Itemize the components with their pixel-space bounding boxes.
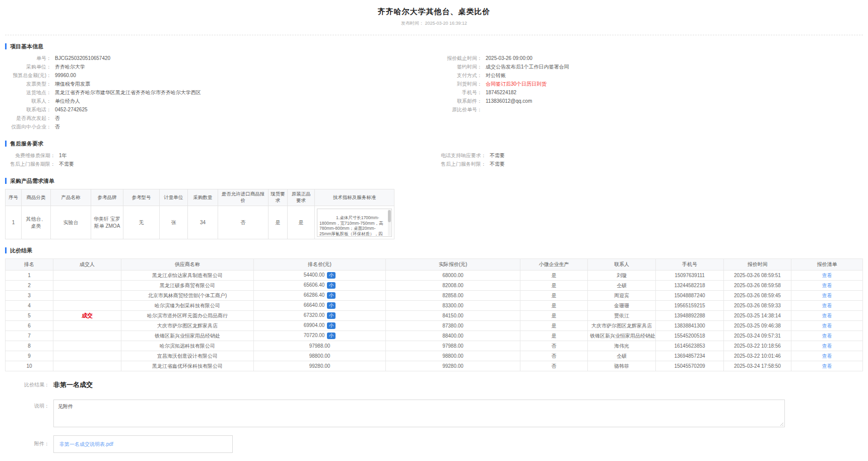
table-row: 8 哈尔滨拓远科技有限公司 97988.00 97988.00 否 海伟光 16… [6, 341, 863, 351]
actual-price-cell: 87380.00 [386, 321, 520, 331]
actual-price-cell: 68000.00 [386, 271, 520, 281]
section-basic-info: 项目基本信息 单号：BJCG250320510657420 采购单位：齐齐哈尔大… [5, 43, 863, 133]
view-quote-link[interactable]: 查看 [822, 283, 832, 288]
winner-cell [53, 321, 121, 331]
dashed-divider [5, 35, 863, 35]
rank-price: 97988.00 [309, 343, 330, 349]
actual-price-cell: 88400.00 [386, 331, 520, 341]
product-genuine-required: 是 [288, 206, 315, 239]
view-quote-link[interactable]: 查看 [822, 303, 832, 308]
quote-list-cell: 查看 [791, 301, 863, 311]
phone-cell: 13838841300 [656, 321, 724, 331]
attachment-file-link[interactable]: 非第一名成交说明表.pdf [59, 441, 113, 448]
delivery-address: 黑龙江省齐齐哈尔市建华区黑龙江省齐齐哈尔市齐齐哈尔大学西区 [55, 90, 201, 96]
phone-cell: 13244582218 [656, 281, 724, 291]
view-quote-link[interactable]: 查看 [822, 273, 832, 278]
note-label: 说明： [5, 400, 49, 427]
winner-cell [53, 361, 121, 371]
sme-flag-cell: 是 [520, 291, 588, 301]
field-label: 到货时间： [436, 81, 482, 87]
scrollbar-thumb[interactable] [388, 210, 391, 222]
table-row: 3 北京市凤林商贸经营部(个体工商户) 66286.40小 82858.00 是… [6, 291, 863, 301]
view-quote-link[interactable]: 查看 [822, 343, 832, 349]
rank-price-cell: 69904.00小 [254, 321, 386, 331]
column-header: 采购数量 [188, 189, 218, 206]
view-quote-link[interactable]: 查看 [822, 363, 832, 369]
field-label: 联系邮件： [436, 98, 482, 104]
field-label: 送货地点： [5, 90, 51, 96]
phone-support-requirement: 不需要 [490, 153, 505, 159]
scrollbar-track[interactable] [388, 210, 391, 236]
service-left-column: 免费维修质保期：1年 售后上门服务期限：不需要 [5, 153, 436, 170]
quote-time-cell: 2025-03-26 08:59:33 [724, 301, 791, 311]
sme-flag-cell: 否 [520, 361, 588, 371]
service-right-column: 电话支持响应要求：不需要 售后上门服务时限：不需要 [436, 153, 863, 170]
rank-cell: 1 [6, 271, 53, 281]
rank-price: 65606.40 [304, 282, 325, 288]
rank-price-cell: 66286.40小 [254, 291, 386, 301]
supplier-cell: 黑龙江硕多商贸有限公司 [121, 281, 254, 291]
column-header: 商品分类 [22, 189, 51, 206]
view-quote-link[interactable]: 查看 [822, 333, 832, 339]
quote-list-cell: 查看 [791, 331, 863, 341]
quote-list-cell: 查看 [791, 321, 863, 331]
product-table-header-row: 序号 商品分类 产品名称 参考品牌 参考型号 计量单位 采购数量 是否允许进口商… [6, 189, 394, 206]
small-enterprise-badge: 小 [327, 312, 336, 319]
sme-flag-cell: 是 [520, 321, 588, 331]
contact-cell: 周迎宾 [588, 291, 656, 301]
view-quote-link[interactable]: 查看 [822, 293, 832, 298]
attachment-field-row: 附件： 非第一名成交说明表.pdf [5, 435, 863, 453]
basic-info-left-column: 单号：BJCG250320510657420 采购单位：齐齐哈尔大学 预算总金额… [5, 55, 436, 133]
phone-cell: 16145623853 [656, 341, 724, 351]
supplier-cell: 黑龙江省鑫优环保科技有限公司 [121, 361, 254, 371]
column-header: 原装正品要求 [288, 189, 315, 206]
winner-cell [53, 351, 121, 361]
sme-flag-cell: 是 [520, 301, 588, 311]
view-quote-link[interactable]: 查看 [822, 323, 832, 328]
attachment-label: 附件： [5, 435, 49, 453]
resize-grip[interactable] [779, 421, 783, 426]
quote-time-cell: 2025-03-25 09:46:38 [724, 321, 791, 331]
winner-cell [53, 291, 121, 301]
column-header: 排名价(元) [254, 259, 386, 271]
table-row: 6 大庆市萨尔图区龙辉家具店 69904.00小 87380.00 是 大庆市萨… [6, 321, 863, 331]
note-textarea[interactable]: 见附件 [53, 400, 785, 427]
supplier-cell: 大庆市萨尔图区龙辉家具店 [121, 321, 254, 331]
contact-cell: 骆韩菲 [588, 361, 656, 371]
phone-cell: 19565159215 [656, 301, 724, 311]
product-import-allowed: 否 [218, 206, 269, 239]
product-name: 实验台 [51, 206, 91, 239]
tech-spec-scrollbox[interactable]: 1.桌体尺寸长1700mm-1800mm，宽710mm-750mm，高780mm… [317, 209, 392, 237]
note-text: 见附件 [58, 404, 73, 409]
phone-cell: 13948892288 [656, 311, 724, 321]
rank-price: 67320.00 [304, 312, 325, 318]
rank-price-cell: 66640.00小 [254, 301, 386, 311]
actual-price-cell: 83300.00 [386, 301, 520, 311]
mobile-number: 18745224182 [486, 90, 516, 96]
payment-method: 对公转账 [486, 73, 506, 79]
rank-price: 54400.00 [304, 272, 325, 278]
actual-price-cell: 82858.00 [386, 291, 520, 301]
field-label: 售后上门服务期限： [5, 161, 55, 167]
quote-list-cell: 查看 [791, 311, 863, 321]
table-row: 1 黑龙江卓怡达家具制造有限公司 54400.00小 68000.00 是 刘璇… [6, 271, 863, 281]
rank-price: 66640.00 [304, 302, 325, 308]
section-title-compare: 比价结果 [5, 247, 863, 253]
column-header: 成交人 [53, 259, 121, 271]
contact-cell: 刘璇 [588, 271, 656, 281]
quote-list-cell: 查看 [791, 271, 863, 281]
rank-cell: 6 [6, 321, 53, 331]
actual-price-cell: 82008.00 [386, 281, 520, 291]
field-label: 免费维修质保期： [5, 153, 55, 159]
section-service: 售后服务要求 免费维修质保期：1年 售后上门服务期限：不需要 电话支持响应要求：… [5, 141, 863, 170]
column-header: 报价清单 [791, 259, 863, 271]
table-row: 7 铁锋区新兴业恒家用品经销处 70720.00小 88400.00 是 铁锋区… [6, 331, 863, 341]
field-label: 电话支持响应要求： [436, 153, 486, 159]
column-header: 现货要求 [269, 189, 288, 206]
view-quote-link[interactable]: 查看 [822, 353, 832, 359]
small-enterprise-badge: 小 [327, 302, 336, 309]
view-quote-link[interactable]: 查看 [822, 313, 832, 318]
sme-flag-cell: 否 [520, 341, 588, 351]
tech-spec-text: 1.桌体尺寸长1700mm-1800mm，宽710mm-750mm，高780mm… [319, 215, 384, 237]
contact-email: 113836012@qq.com [486, 98, 532, 104]
